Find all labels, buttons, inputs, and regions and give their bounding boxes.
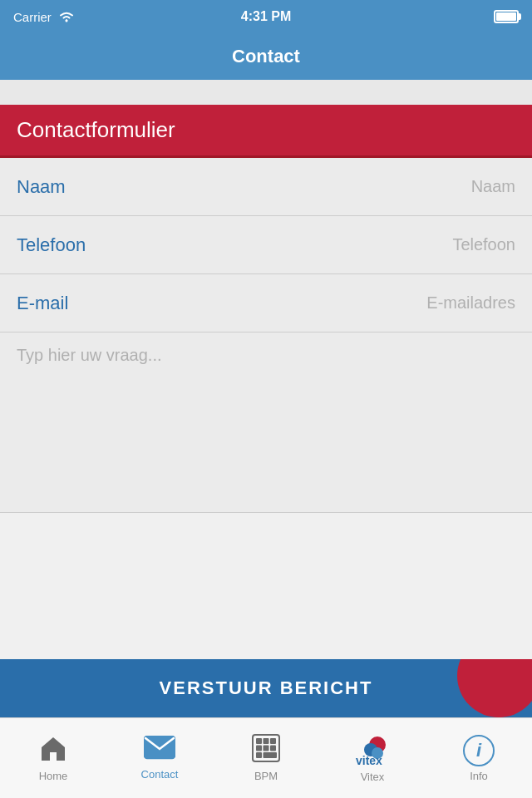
form-header-title: Contactformulier (17, 117, 175, 143)
svg-rect-10 (256, 752, 262, 758)
vraag-row (0, 332, 532, 513)
red-circle-decoration (457, 659, 532, 717)
send-button-label: VERSTUUR BERICHT (160, 677, 373, 699)
tab-info-label: Info (470, 770, 488, 782)
svg-rect-9 (270, 746, 276, 751)
email-row: E-mail (0, 274, 532, 332)
contact-icon (144, 736, 175, 765)
tab-home-label: Home (39, 770, 68, 782)
svg-text:vitex: vitex (356, 754, 382, 766)
tab-contact[interactable]: Contact (106, 718, 213, 798)
tab-bpm-label: BPM (254, 770, 278, 782)
svg-rect-11 (264, 752, 278, 758)
form-area: Naam Telefoon E-mail (0, 158, 532, 513)
home-icon (38, 734, 68, 766)
status-left: Carrier (13, 10, 75, 24)
svg-rect-4 (256, 738, 262, 744)
tab-contact-label: Contact (141, 768, 179, 781)
form-header: Contactformulier (0, 105, 532, 158)
email-label: E-mail (17, 293, 68, 314)
svg-point-0 (65, 20, 67, 22)
vraag-textarea[interactable] (17, 346, 515, 495)
status-bar: Carrier 4:31 PM (0, 0, 532, 33)
battery-icon (494, 10, 519, 23)
tab-vitex-label: Vitex (361, 771, 385, 783)
status-time: 4:31 PM (241, 9, 291, 24)
naam-label: Naam (17, 176, 66, 198)
email-input[interactable] (266, 293, 515, 313)
telefoon-row: Telefoon (0, 216, 532, 274)
page-title: Contact (232, 46, 300, 67)
carrier-text: Carrier (13, 10, 52, 24)
tab-vitex[interactable]: vitex Vitex (319, 718, 426, 798)
bpm-icon (252, 734, 280, 766)
svg-rect-1 (51, 752, 56, 761)
info-icon: i (463, 735, 495, 766)
telefoon-label: Telefoon (17, 234, 86, 256)
tab-bar: Home Contact BPM (0, 717, 532, 798)
naam-input[interactable] (266, 177, 515, 196)
naam-row: Naam (0, 158, 532, 216)
svg-rect-5 (264, 738, 269, 744)
vitex-logo-icon: vitex (352, 734, 392, 767)
gray-spacer (0, 80, 532, 105)
telefoon-input[interactable] (266, 235, 515, 254)
header: Contact (0, 33, 532, 80)
svg-rect-8 (264, 746, 269, 751)
wifi-icon (58, 10, 75, 23)
svg-rect-6 (270, 738, 276, 744)
status-right (494, 10, 519, 23)
send-button-bar[interactable]: VERSTUUR BERICHT (0, 659, 532, 717)
tab-info[interactable]: i Info (426, 718, 532, 798)
tab-bpm[interactable]: BPM (213, 718, 319, 798)
svg-rect-7 (256, 746, 262, 751)
tab-home[interactable]: Home (0, 718, 106, 798)
